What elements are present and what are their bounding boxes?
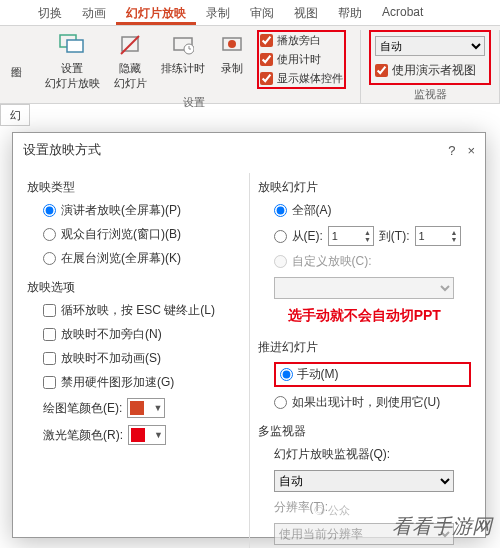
tab-slideshow[interactable]: 幻灯片放映 <box>116 0 196 25</box>
setup-show-label: 设置 幻灯片放映 <box>45 61 100 91</box>
chk-presenter-view-label: 使用演示者视图 <box>392 62 476 79</box>
chk-media-label: 显示媒体控件 <box>277 71 343 86</box>
chk-no-narr[interactable]: 放映时不加旁白(N) <box>43 326 241 343</box>
laser-color-chip <box>131 428 145 442</box>
laser-color-picker[interactable]: ▼ <box>128 425 166 445</box>
radio-manual-label: 手动(M) <box>297 366 339 383</box>
tab-switch[interactable]: 切换 <box>28 0 72 25</box>
tab-view[interactable]: 视图 <box>284 0 328 25</box>
rehearse-button[interactable]: 排练计时 <box>159 30 207 78</box>
chk-loop[interactable]: 循环放映，按 ESC 键终止(L) <box>43 302 241 319</box>
group-setup-label: 设置 <box>183 93 205 112</box>
pen-color-chip <box>130 401 144 415</box>
from-spinner[interactable]: 1▲▼ <box>328 226 374 246</box>
hide-slide-button[interactable]: 隐藏 幻灯片 <box>112 30 149 93</box>
tab-anim[interactable]: 动画 <box>72 0 116 25</box>
chk-narration[interactable]: 播放旁白 <box>260 33 343 48</box>
record-button[interactable]: 录制 <box>217 30 247 78</box>
chk-no-narr-label: 放映时不加旁白(N) <box>61 326 162 343</box>
ribbon-body: 设置 幻灯片放映 隐藏 幻灯片 排练计时 录制 播 <box>0 26 500 104</box>
tab-help[interactable]: 帮助 <box>328 0 372 25</box>
radio-kiosk-label: 在展台浏览(全屏幕)(K) <box>61 250 181 267</box>
to-spinner[interactable]: 1▲▼ <box>415 226 461 246</box>
ribbon-tabs: 切换 动画 幻灯片放映 录制 审阅 视图 帮助 Acrobat <box>0 0 500 26</box>
radio-custom-label: 自定义放映(C): <box>292 253 372 270</box>
mon-select-label: 幻灯片放映监视器(Q): <box>274 446 472 463</box>
radio-custom[interactable]: 自定义放映(C): <box>274 253 472 270</box>
dialog-close-button[interactable]: × <box>467 143 475 158</box>
svg-rect-1 <box>67 40 83 52</box>
dialog-right-col: 放映幻灯片 全部(A) 从(E): 1▲▼ 到(T): 1▲▼ 自定义放映(C)… <box>258 173 472 548</box>
show-options-label: 放映选项 <box>27 279 241 296</box>
chk-no-anim-label: 放映时不加动画(S) <box>61 350 161 367</box>
show-type-label: 放映类型 <box>27 179 241 196</box>
radio-if-present-label: 如果出现计时，则使用它(U) <box>292 394 441 411</box>
tab-review[interactable]: 审阅 <box>240 0 284 25</box>
custom-show-select <box>274 277 454 299</box>
manual-highlight: 手动(M) <box>274 362 472 387</box>
record-icon <box>219 32 245 58</box>
dialog-divider <box>249 173 250 548</box>
mon-select[interactable]: 自动 <box>274 470 454 492</box>
playback-checks-highlight: 播放旁白 使用计时 显示媒体控件 <box>257 30 346 89</box>
show-slides-label: 放映幻灯片 <box>258 179 472 196</box>
slide-panel-tab[interactable]: 幻 <box>0 104 30 126</box>
chk-timing-label: 使用计时 <box>277 52 321 67</box>
advance-label: 推进幻灯片 <box>258 339 472 356</box>
from-label: 从(E): <box>292 228 323 245</box>
radio-kiosk[interactable]: 在展台浏览(全屏幕)(K) <box>43 250 241 267</box>
radio-from[interactable] <box>274 230 287 243</box>
chk-no-anim[interactable]: 放映时不加动画(S) <box>43 350 241 367</box>
multi-mon-label: 多监视器 <box>258 423 472 440</box>
hide-slide-icon <box>117 32 143 58</box>
pen-color-label: 绘图笔颜色(E): <box>43 400 122 417</box>
from-value: 1 <box>332 230 338 242</box>
chk-timing[interactable]: 使用计时 <box>260 52 343 67</box>
chk-loop-label: 循环放映，按 ESC 键终止(L) <box>61 302 215 319</box>
svg-point-9 <box>228 40 236 48</box>
monitor-group-highlight: 自动 使用演示者视图 <box>369 30 491 85</box>
chevron-down-icon: ▼ <box>153 403 162 413</box>
chk-no-hw-label: 禁用硬件图形加速(G) <box>61 374 174 391</box>
rehearse-icon <box>170 32 196 58</box>
dialog-help-button[interactable]: ? <box>448 143 455 158</box>
tab-record[interactable]: 录制 <box>196 0 240 25</box>
hide-slide-label: 隐藏 幻灯片 <box>114 61 147 91</box>
radio-if-present[interactable]: 如果出现计时，则使用它(U) <box>274 394 472 411</box>
radio-all[interactable]: 全部(A) <box>274 202 472 219</box>
tab-acrobat[interactable]: Acrobat <box>372 0 433 25</box>
laser-color-label: 激光笔颜色(R): <box>43 427 123 444</box>
record-label: 录制 <box>221 61 243 76</box>
group-monitor-label: 监视器 <box>414 85 447 104</box>
chk-no-hw[interactable]: 禁用硬件图形加速(G) <box>43 374 241 391</box>
radio-manual[interactable] <box>280 368 293 381</box>
monitor-select[interactable]: 自动 <box>375 36 485 56</box>
dialog-title-text: 设置放映方式 <box>23 141 101 159</box>
pen-color-picker[interactable]: ▼ <box>127 398 165 418</box>
chk-presenter-view[interactable]: 使用演示者视图 <box>375 62 485 79</box>
chk-narration-label: 播放旁白 <box>277 33 321 48</box>
watermark: 看看手游网 <box>392 513 492 540</box>
dialog-left-col: 放映类型 演讲者放映(全屏幕)(P) 观众自行浏览(窗口)(B) 在展台浏览(全… <box>27 173 241 548</box>
sub-watermark: ◎ 公众 <box>314 503 350 518</box>
radio-all-label: 全部(A) <box>292 202 332 219</box>
radio-browsed-label: 观众自行浏览(窗口)(B) <box>61 226 181 243</box>
annotation-text: 选手动就不会自动切PPT <box>258 305 472 327</box>
left-strip-label: 绘图 <box>0 26 24 58</box>
to-value: 1 <box>419 230 425 242</box>
radio-speaker-label: 演讲者放映(全屏幕)(P) <box>61 202 181 219</box>
chevron-down-icon: ▼ <box>154 430 163 440</box>
radio-speaker[interactable]: 演讲者放映(全屏幕)(P) <box>43 202 241 219</box>
chk-media[interactable]: 显示媒体控件 <box>260 71 343 86</box>
to-label: 到(T): <box>379 228 410 245</box>
dialog-titlebar: 设置放映方式 ? × <box>13 133 485 167</box>
setup-show-icon <box>59 32 85 58</box>
setup-show-dialog: 设置放映方式 ? × 放映类型 演讲者放映(全屏幕)(P) 观众自行浏览(窗口)… <box>12 132 486 538</box>
rehearse-label: 排练计时 <box>161 61 205 76</box>
radio-browsed[interactable]: 观众自行浏览(窗口)(B) <box>43 226 241 243</box>
setup-show-button[interactable]: 设置 幻灯片放映 <box>43 30 102 93</box>
